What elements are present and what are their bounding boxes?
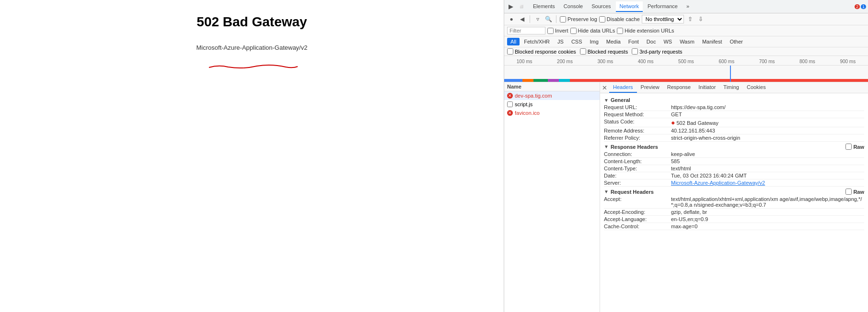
- error-icon-dev-spa: ✕: [507, 93, 513, 99]
- filter-pill-css[interactable]: CSS: [568, 38, 586, 45]
- detail-tab-initiator[interactable]: Initiator: [694, 82, 719, 93]
- record-btn[interactable]: ●: [507, 15, 516, 23]
- request-checkbox-script-js[interactable]: [507, 101, 513, 107]
- request-item-dev-spa[interactable]: ✕ dev-spa.tig.com: [504, 91, 600, 100]
- close-details-btn[interactable]: ✕: [602, 84, 607, 91]
- filter-input[interactable]: [507, 27, 545, 34]
- detail-tab-preview[interactable]: Preview: [637, 82, 663, 93]
- filter-pill-ws[interactable]: WS: [660, 38, 675, 45]
- tab-console[interactable]: Console: [560, 1, 587, 12]
- preserve-log-checkbox[interactable]: [560, 16, 566, 22]
- filter-icon[interactable]: ▿: [533, 15, 542, 23]
- invert-label[interactable]: Invert: [547, 28, 568, 34]
- tab-more[interactable]: »: [683, 1, 693, 12]
- inspect-icon[interactable]: ▶: [506, 2, 516, 11]
- general-row-status: Status Code: ●502 Bad Gateway: [604, 118, 864, 127]
- timeline-label: 500 ms: [666, 59, 706, 64]
- hide-data-urls-label[interactable]: Hide data URLs: [570, 28, 615, 34]
- timeline-label: 600 ms: [706, 59, 747, 64]
- content-length-key: Content-Length:: [604, 158, 671, 164]
- hide-data-urls-checkbox[interactable]: [570, 28, 577, 34]
- disable-cache-checkbox[interactable]: [599, 16, 605, 22]
- timeline-label: 700 ms: [747, 59, 787, 64]
- detail-tab-cookies[interactable]: Cookies: [743, 82, 770, 93]
- third-party-requests-checkbox[interactable]: [632, 48, 638, 55]
- request-raw-input[interactable]: [845, 189, 852, 195]
- request-raw-checkbox[interactable]: Raw: [845, 189, 864, 195]
- accept-encoding-key: Accept-Encoding:: [604, 209, 671, 215]
- request-url-val: https://dev-spa.tig.com/: [671, 104, 864, 110]
- response-row-connection: Connection: keep-alive: [604, 151, 864, 158]
- request-name-script-js: script.js: [515, 101, 532, 107]
- preserve-log-label[interactable]: Preserve log: [560, 16, 597, 22]
- filter-pill-wasm[interactable]: Wasm: [676, 38, 698, 45]
- request-row-accept: Accept: text/html,application/xhtml+xml,…: [604, 196, 864, 209]
- search-icon[interactable]: 🔍: [544, 15, 553, 23]
- request-row-accept-encoding: Accept-Encoding: gzip, deflate, br: [604, 209, 864, 216]
- detail-tab-timing[interactable]: Timing: [719, 82, 743, 93]
- referrer-policy-val: strict-origin-when-cross-origin: [671, 135, 864, 141]
- filter-pill-js[interactable]: JS: [554, 38, 567, 45]
- filter-pill-manifest[interactable]: Manifest: [699, 38, 726, 45]
- toolbar-separator-1: [530, 15, 530, 23]
- response-row-content-length: Content-Length: 585: [604, 158, 864, 165]
- request-item-script-js[interactable]: script.js: [504, 100, 600, 109]
- request-headers-section-header: ▼ Request Headers Raw: [604, 187, 864, 196]
- cache-control-key: Cache-Control:: [604, 223, 671, 229]
- tab-elements[interactable]: Elements: [529, 1, 559, 12]
- response-raw-checkbox[interactable]: Raw: [845, 144, 864, 150]
- blocked-requests-checkbox[interactable]: [580, 48, 586, 55]
- hide-extension-urls-checkbox[interactable]: [617, 28, 623, 34]
- request-list: Name ✕ dev-spa.tig.com script.js ✕ favic…: [504, 82, 600, 312]
- timeline-chart: [504, 66, 868, 82]
- tab-performance[interactable]: Performance: [644, 1, 682, 12]
- detail-tabs: ✕ Headers Preview Response Initiator Tim…: [600, 82, 868, 93]
- general-section-title: General: [611, 97, 630, 103]
- accept-val: text/html,application/xhtml+xml,applicat…: [671, 196, 864, 208]
- timeline-label: 200 ms: [544, 59, 585, 64]
- device-icon[interactable]: ◽: [517, 2, 526, 11]
- response-raw-input[interactable]: [845, 144, 852, 150]
- network-toolbar: ● ◀ ▿ 🔍 Preserve log Disable cache No th…: [504, 13, 868, 25]
- import-icon[interactable]: ⇧: [686, 15, 694, 23]
- filter-pill-font[interactable]: Font: [625, 38, 642, 45]
- page-title: 502 Bad Gateway: [197, 14, 307, 30]
- filter-pill-doc[interactable]: Doc: [643, 38, 660, 45]
- general-section-header: ▼ General: [604, 95, 864, 104]
- filter-pills: AllFetch/XHRJSCSSImgMediaFontDocWSWasmMa…: [504, 36, 868, 47]
- tab-sources[interactable]: Sources: [588, 1, 614, 12]
- devtools-tab-bar: ▶ ◽ Elements Console Sources Network Per…: [504, 0, 868, 13]
- timeline-label: 400 ms: [625, 59, 666, 64]
- request-list-header: Name: [504, 82, 600, 91]
- filter-pill-img[interactable]: Img: [587, 38, 602, 45]
- content-type-key: Content-Type:: [604, 166, 671, 171]
- toolbar-separator-2: [556, 15, 556, 23]
- invert-checkbox[interactable]: [547, 28, 554, 34]
- blocked-response-cookies-label[interactable]: Blocked response cookies: [507, 48, 576, 55]
- filter-pill-all[interactable]: All: [507, 38, 520, 45]
- request-item-favicon[interactable]: ✕ favicon.ico: [504, 109, 600, 117]
- error-badge: 2: [855, 4, 860, 9]
- accept-encoding-val: gzip, deflate, br: [671, 209, 864, 215]
- export-icon[interactable]: ⇩: [696, 15, 705, 23]
- clear-btn[interactable]: ◀: [518, 15, 526, 23]
- third-party-requests-label[interactable]: 3rd-party requests: [632, 48, 682, 55]
- throttling-select[interactable]: No throttling: [642, 15, 684, 23]
- hide-extension-urls-label[interactable]: Hide extension URLs: [617, 28, 674, 34]
- filter-pill-other[interactable]: Other: [726, 38, 746, 45]
- disable-cache-label[interactable]: Disable cache: [599, 16, 640, 22]
- timeline-colored-bar: [504, 79, 868, 82]
- server-key: Server:: [604, 180, 671, 186]
- warning-badge: 1: [861, 4, 866, 9]
- filter-pill-fetch/xhr[interactable]: Fetch/XHR: [521, 38, 553, 45]
- request-method-val: GET: [671, 111, 864, 117]
- tab-network[interactable]: Network: [616, 1, 643, 12]
- response-headers-arrow: ▼: [604, 144, 609, 149]
- server-val[interactable]: Microsoft-Azure-Application-Gateway/v2: [671, 180, 864, 186]
- blocked-response-cookies-checkbox[interactable]: [507, 48, 513, 55]
- blocked-requests-label[interactable]: Blocked requests: [580, 48, 628, 55]
- detail-tab-headers[interactable]: Headers: [609, 82, 637, 93]
- general-arrow: ▼: [604, 98, 609, 103]
- filter-pill-media[interactable]: Media: [603, 38, 624, 45]
- detail-tab-response[interactable]: Response: [663, 82, 695, 93]
